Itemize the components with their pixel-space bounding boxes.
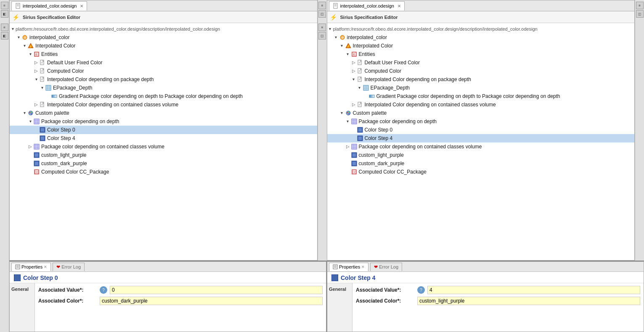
toggle-interpolated_classes[interactable]: ▷: [33, 101, 39, 108]
rr-sidebar-btn-2[interactable]: ◫: [636, 10, 644, 18]
left-properties-tab[interactable]: Properties ✕: [11, 263, 51, 271]
right-sidebar-btn-2[interactable]: ◫: [318, 10, 326, 18]
svg-rect-37: [41, 128, 44, 132]
toggle-epackage_depth[interactable]: ▾: [39, 84, 45, 92]
left-tab-close[interactable]: ✕: [80, 4, 83, 8]
right-form-sidebar: General: [327, 283, 352, 332]
right-sidebar-btn-3[interactable]: ≡: [318, 24, 326, 31]
right-errorlog-tab[interactable]: ❤ Error Log: [370, 263, 402, 271]
label-pkg_depth: Package color depending on depth: [41, 118, 119, 125]
right-general-tab-label[interactable]: General: [329, 287, 346, 292]
tree-item-custom_palette[interactable]: ▾Custom palette: [10, 109, 317, 117]
tree-item-color_step_4[interactable]: Color Step 4: [10, 134, 317, 142]
toggle-interpolated_color[interactable]: ▾: [16, 34, 21, 41]
toggle-pkg_depth[interactable]: ▾: [345, 118, 351, 125]
tree-item-custom_light_purple[interactable]: custom_light_purple: [10, 151, 317, 159]
right-assoc-color-input[interactable]: [417, 297, 640, 305]
tree-item-pkg_classes[interactable]: ▷Package color depending on contained cl…: [10, 142, 317, 151]
tree-item-default_user_fixed[interactable]: ▷Default User Fixed Color: [327, 58, 635, 67]
sidebar-btn-3[interactable]: ≡: [1, 24, 8, 31]
toggle-custom_palette[interactable]: ▾: [339, 109, 345, 117]
tree-item-interpolated_color[interactable]: ▾⊛interpolated_color: [10, 33, 317, 42]
tree-item-color_step_0[interactable]: Color Step 0: [327, 126, 635, 134]
right-assoc-value-help[interactable]: ?: [417, 286, 425, 294]
tree-item-interpolated_color_node[interactable]: ▾⚡Interpolated Color: [10, 42, 317, 50]
tree-item-color_step_0[interactable]: Color Step 0: [10, 126, 317, 134]
toggle-custom_palette[interactable]: ▾: [21, 109, 27, 117]
left-general-tab-label[interactable]: General: [11, 287, 29, 292]
tree-item-entities[interactable]: ▾EEntities: [10, 50, 317, 58]
tree-item-custom_light_purple[interactable]: custom_light_purple: [327, 151, 635, 159]
svg-point-27: [29, 111, 33, 115]
right-title-colorstep-icon: [331, 274, 338, 281]
right-sidebar-btn-1[interactable]: ≡: [318, 2, 326, 9]
tree-item-epackage_depth[interactable]: ▾EPackage_Depth: [10, 84, 317, 92]
toggle-entities[interactable]: ▾: [27, 50, 33, 58]
tree-item-interpolated_classes[interactable]: ▷Interpolated Color depending on contain…: [10, 100, 317, 109]
left-assoc-value-input[interactable]: [110, 286, 323, 294]
toggle-interpolated_pkg_depth[interactable]: ▾: [33, 76, 39, 83]
tree-item-computed_cc_pkg[interactable]: CCComputed Color CC_Package: [10, 168, 317, 176]
left-assoc-value-help[interactable]: ?: [100, 286, 107, 294]
tree-item-computed_color[interactable]: ▷Computed Color: [327, 67, 635, 75]
tree-item-default_user_fixed[interactable]: ▷Default User Fixed Color: [10, 58, 317, 67]
toggle-interpolated_color_node[interactable]: ▾: [339, 42, 345, 50]
toggle-pkg_classes[interactable]: ▷: [27, 143, 33, 150]
toggle-computed_color[interactable]: ▷: [33, 67, 39, 75]
toggle-default_user_fixed[interactable]: ▷: [351, 59, 357, 66]
toggle-computed_color[interactable]: ▷: [351, 67, 357, 75]
tree-item-interpolated_pkg_depth[interactable]: ▾Interpolated Color depending on package…: [10, 75, 317, 84]
tree-item-custom_dark_purple[interactable]: custom_dark_purple: [10, 159, 317, 168]
tree-item-entities[interactable]: ▾EEntities: [327, 50, 635, 58]
right-panel-right-sidebar: ≡ ◫: [635, 0, 644, 261]
right-properties-tab[interactable]: Properties ✕: [329, 263, 368, 271]
label-custom_light_purple: custom_light_purple: [41, 151, 86, 159]
right-properties-content: Color Step 4 General Associated Value*: …: [327, 272, 644, 332]
toggle-default_user_fixed[interactable]: ▷: [33, 59, 39, 66]
toggle-interpolated_classes[interactable]: ▷: [351, 101, 357, 108]
right-sidebar-btn-4[interactable]: ◫: [318, 32, 326, 40]
toggle-interpolated_color_node[interactable]: ▾: [21, 42, 27, 50]
left-tab[interactable]: interpolated_color.odesign ✕: [11, 1, 87, 11]
tree-item-interpolated_color_node[interactable]: ▾⚡Interpolated Color: [327, 42, 635, 50]
sidebar-btn-1[interactable]: ≡: [1, 2, 8, 9]
rr-sidebar-btn-1[interactable]: ≡: [636, 2, 644, 9]
tree-item-computed_cc_pkg[interactable]: CCComputed Color CC_Package: [327, 168, 635, 176]
label-custom_palette: Custom palette: [35, 109, 69, 117]
right-tab[interactable]: interpolated_color.odesign ✕: [329, 1, 405, 11]
left-form-body: Associated Value*: ? Associated Color*:: [35, 283, 326, 332]
tree-root-path[interactable]: ▾platform:/resource/fr.obeo.dsl.ecore.in…: [10, 25, 317, 33]
label-entities: Entities: [41, 50, 58, 58]
icon-color_step_0: [357, 126, 363, 133]
toggle-pkg_classes[interactable]: ▷: [345, 143, 351, 150]
tree-root-path[interactable]: ▾platform:/resource/fr.obeo.dsl.ecore.in…: [327, 25, 635, 33]
tree-item-epackage_depth[interactable]: ▾EPackage_Depth: [327, 84, 635, 92]
toggle-pkg_depth[interactable]: ▾: [27, 118, 33, 125]
right-assoc-value-input[interactable]: [427, 286, 640, 294]
tree-item-interpolated_classes[interactable]: ▷Interpolated Color depending on contain…: [327, 100, 635, 109]
tree-item-gradient_pkg[interactable]: Gradient Package color depending on dept…: [10, 92, 317, 100]
icon-computed_cc_pkg: CC: [351, 169, 358, 175]
sidebar-btn-2[interactable]: ◧: [1, 10, 8, 18]
tree-item-pkg_depth[interactable]: ▾Package color depending on depth: [327, 117, 635, 126]
right-bottom-tab-bar: Properties ✕ ❤ Error Log: [327, 262, 644, 272]
sidebar-btn-4[interactable]: ◧: [1, 32, 8, 40]
left-errorlog-tab[interactable]: ❤ Error Log: [53, 263, 85, 271]
root-path-label: platform:/resource/fr.obeo.dsl.ecore.int…: [16, 25, 220, 33]
right-tab-close[interactable]: ✕: [398, 4, 401, 8]
tree-item-color_step_4[interactable]: Color Step 4: [327, 134, 635, 142]
icon-epackage_depth: [363, 84, 369, 91]
tree-item-custom_dark_purple[interactable]: custom_dark_purple: [327, 159, 635, 168]
tree-item-pkg_depth[interactable]: ▾Package color depending on depth: [10, 117, 317, 126]
toggle-entities[interactable]: ▾: [345, 50, 351, 58]
tree-item-interpolated_color[interactable]: ▾⊛interpolated_color: [327, 33, 635, 42]
toggle-epackage_depth[interactable]: ▾: [357, 84, 363, 92]
toggle-interpolated_color[interactable]: ▾: [333, 34, 339, 41]
toggle-interpolated_pkg_depth[interactable]: ▾: [351, 76, 357, 83]
tree-item-computed_color[interactable]: ▷Computed Color: [10, 67, 317, 75]
tree-item-custom_palette[interactable]: ▾Custom palette: [327, 109, 635, 117]
tree-item-interpolated_pkg_depth[interactable]: ▾Interpolated Color depending on package…: [327, 75, 635, 84]
tree-item-pkg_classes[interactable]: ▷Package color depending on contained cl…: [327, 142, 635, 151]
tree-item-gradient_pkg[interactable]: Gradient Package color depending on dept…: [327, 92, 635, 100]
left-assoc-color-input[interactable]: [100, 297, 323, 305]
